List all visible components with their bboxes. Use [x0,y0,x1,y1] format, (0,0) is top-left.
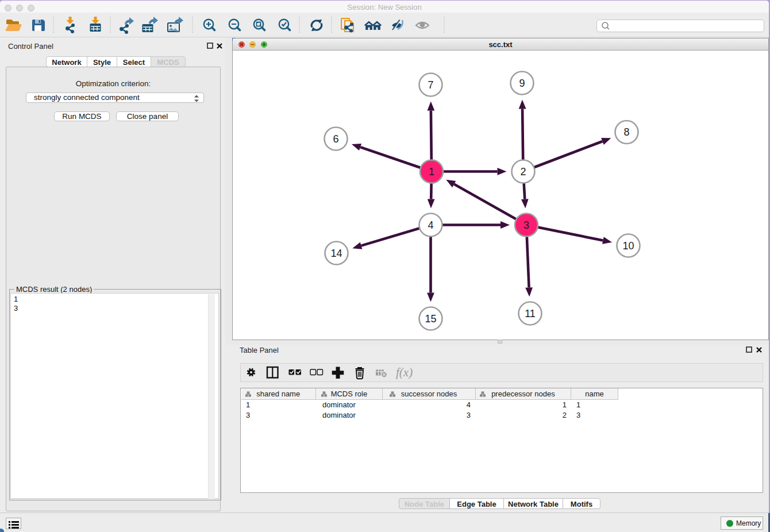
svg-text:7: 7 [428,79,433,91]
svg-text:10: 10 [622,240,634,252]
svg-text:11: 11 [525,308,536,319]
svg-text:4: 4 [428,219,433,231]
svg-text:2: 2 [520,166,526,178]
svg-text:8: 8 [623,126,629,138]
svg-text:f(x): f(x) [396,365,413,379]
svg-text:3: 3 [523,219,529,231]
svg-text:9: 9 [519,78,525,89]
svg-text:14: 14 [330,248,342,259]
svg-text:1: 1 [429,166,434,178]
svg-text:15: 15 [425,313,436,325]
svg-text:6: 6 [333,133,338,145]
